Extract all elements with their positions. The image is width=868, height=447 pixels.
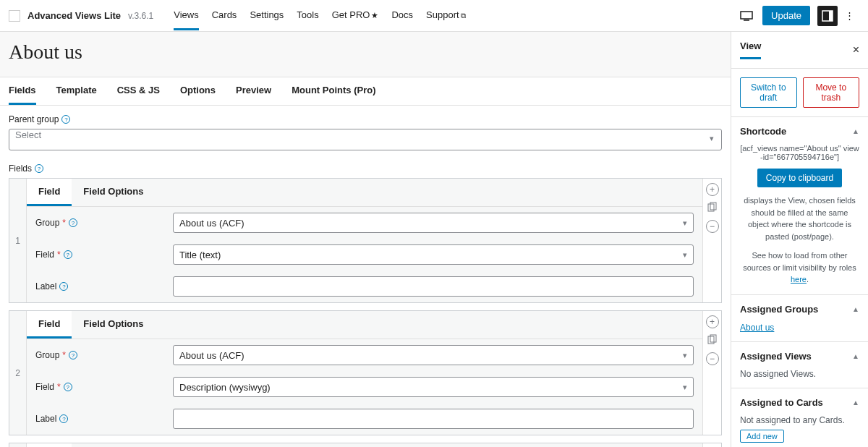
nav-cards[interactable]: Cards [212,1,237,30]
help-icon[interactable]: ? [59,282,68,291]
inner-tab-field[interactable]: Field [27,179,72,206]
collapse-icon[interactable]: ▲ [852,352,859,360]
assigned-views-box: Assigned Views ▲ No assigned Views. [731,342,868,388]
label-input[interactable] [173,409,694,429]
page-title[interactable]: About us [9,41,722,64]
close-icon[interactable]: × [853,43,859,56]
nav-get-pro[interactable]: Get PRO★ [332,1,379,30]
collapse-icon[interactable]: ▲ [852,305,859,313]
version-label: v.3.6.1 [128,11,153,21]
tab-preview[interactable]: Preview [236,77,271,105]
remove-row-icon[interactable]: − [706,352,719,365]
brand-name: Advanced Views Lite [27,10,121,21]
fields-label: Fields ? [9,163,722,174]
inner-tab-options[interactable]: Field Options [72,311,155,339]
inner-tab-options[interactable]: Field Options [72,443,155,447]
row-number: 2 [9,311,27,435]
help-icon[interactable]: ? [69,351,77,359]
assigned-cards-box: Assigned to Cards ▲ Not assigned to any … [731,388,868,448]
shortcode-title: Shortcode [740,126,786,137]
group-select[interactable]: About us (ACF) [173,213,694,233]
help-icon[interactable]: ? [61,115,70,124]
move-to-trash-button[interactable]: Move to trash [803,77,860,108]
shortcode-box: Shortcode ▲ [acf_views name="About us" v… [731,117,868,295]
assigned-cards-title: Assigned to Cards [740,397,823,408]
group-label: Group * ? [35,218,173,228]
help-icon[interactable]: ? [35,164,43,173]
nav-views[interactable]: Views [174,1,198,30]
tab-fields[interactable]: Fields [9,77,36,105]
tab-options[interactable]: Options [180,77,216,105]
assigned-groups-box: Assigned Groups ▲ About us [731,295,868,342]
nav-settings[interactable]: Settings [250,1,284,30]
here-link[interactable]: here [791,275,807,284]
shortcode-desc2: See how to load from other sources or li… [740,250,859,286]
tab-template[interactable]: Template [56,77,97,105]
inner-tab-options[interactable]: Field Options [72,179,155,206]
tab-css-js[interactable]: CSS & JS [117,77,160,105]
parent-group-label: Parent group ? [9,114,722,124]
group-select[interactable]: About us (ACF) [173,345,694,365]
duplicate-row-icon[interactable] [707,202,718,214]
row-number: 1 [9,179,27,302]
field-block: 2 Field Field Options Group * ? About us… [9,310,722,435]
sidebar-toggle-icon[interactable] [817,6,838,26]
main-tabs: Fields Template CSS & JS Options Preview… [0,77,731,106]
help-icon[interactable]: ? [64,383,72,391]
title-area: About us [0,32,731,77]
help-icon[interactable]: ? [69,218,77,227]
top-nav: Views Cards Settings Tools Get PRO★ Docs… [174,1,465,30]
remove-row-icon[interactable]: − [706,220,719,233]
add-row-icon[interactable]: + [706,183,719,196]
field-actions: + [702,443,721,447]
group-label: Group * ? [35,350,173,360]
sidebar-tab-view[interactable]: View [740,41,761,59]
switch-to-draft-button[interactable]: Switch to draft [740,77,797,108]
inner-tab-field[interactable]: Field [27,443,72,447]
svg-rect-0 [741,12,752,19]
more-icon[interactable]: ⋮ [845,10,859,21]
add-row-icon[interactable]: + [706,315,719,328]
field-select[interactable]: Title (text) [173,244,694,265]
collapse-icon[interactable]: ▲ [852,399,859,406]
inner-tabs: Field Field Options [27,179,702,207]
assigned-group-link[interactable]: About us [740,323,774,333]
duplicate-row-icon[interactable] [707,334,718,346]
copy-to-clipboard-button[interactable]: Copy to clipboard [757,169,842,187]
field-actions: + − [702,179,721,302]
field-block: Field Field Options Group * ? About us (… [9,443,722,447]
star-icon: ★ [371,11,378,20]
inner-tab-field[interactable]: Field [27,311,72,339]
help-icon[interactable]: ? [59,414,68,423]
preview-icon[interactable] [738,7,755,25]
inner-tabs: Field Field Options [27,443,702,447]
field-block: 1 Field Field Options Group * ? About us… [9,178,722,303]
parent-group-select[interactable]: Select [9,129,722,150]
assigned-cards-text: Not assigned to any Cards. [740,415,859,425]
field-actions: + − [702,311,721,435]
nav-support[interactable]: Support⧉ [426,1,466,30]
inner-tabs: Field Field Options [27,311,702,339]
assigned-groups-title: Assigned Groups [740,304,818,315]
field-label: Field * ? [35,250,173,260]
field-select[interactable]: Description (wysiwyg) [173,377,694,397]
shortcode-code: [acf_views name="About us" view-id="6677… [740,144,859,161]
nav-docs[interactable]: Docs [391,1,413,30]
shortcode-desc: displays the View, chosen fields should … [740,195,859,242]
topbar: Advanced Views Lite v.3.6.1 Views Cards … [0,0,868,32]
svg-rect-3 [829,11,833,21]
external-link-icon: ⧉ [461,12,466,20]
label-label: Label ? [35,414,173,424]
tab-mount-points[interactable]: Mount Points (Pro) [292,77,375,105]
update-button[interactable]: Update [762,6,810,25]
brand-icon [9,10,20,22]
collapse-icon[interactable]: ▲ [852,127,859,135]
label-input[interactable] [173,276,694,297]
add-new-button[interactable]: Add new [740,430,784,443]
row-number [9,443,27,447]
field-label: Field * ? [35,382,173,392]
nav-tools[interactable]: Tools [297,1,318,30]
label-label: Label ? [35,281,173,291]
assigned-views-title: Assigned Views [740,351,812,362]
help-icon[interactable]: ? [64,250,72,259]
